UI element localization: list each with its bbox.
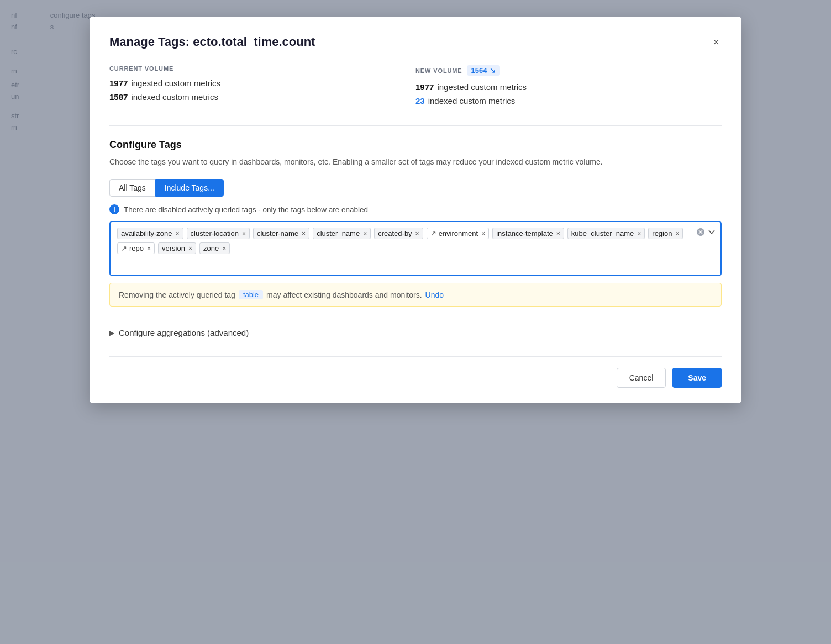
tag-pill[interactable]: ↗ environment × bbox=[427, 228, 490, 239]
tag-remove-icon[interactable]: × bbox=[188, 245, 192, 252]
configure-tags-desc: Choose the tags you want to query in das… bbox=[109, 156, 722, 168]
new-ingested-num: 1977 bbox=[416, 82, 434, 92]
tag-remove-icon[interactable]: × bbox=[637, 230, 641, 237]
new-ingested-text: ingested custom metrics bbox=[437, 82, 527, 92]
volume-section: CURRENT VOLUME 1977 ingested custom metr… bbox=[109, 65, 722, 110]
warning-prefix: Removing the actively queried tag bbox=[119, 291, 235, 299]
new-volume-label: NEW VOLUME bbox=[416, 67, 462, 74]
tag-pill[interactable]: zone × bbox=[199, 242, 230, 254]
modal-footer: Cancel Save bbox=[109, 356, 722, 388]
tag-pill[interactable]: cluster-name × bbox=[253, 228, 309, 239]
new-indexed-num: 23 bbox=[416, 96, 425, 105]
tag-label: kube_cluster_name bbox=[571, 229, 634, 237]
tag-pill[interactable]: cluster_name × bbox=[313, 228, 371, 239]
tag-label: cluster-location bbox=[191, 229, 239, 237]
current-ingested-text: ingested custom metrics bbox=[131, 78, 220, 88]
tag-pill[interactable]: instance-template × bbox=[492, 228, 564, 239]
tag-pill[interactable]: availability-zone × bbox=[117, 228, 183, 239]
tag-label: environment bbox=[439, 229, 478, 237]
trend-up-icon: ↗ bbox=[430, 229, 436, 237]
info-banner-text: There are disabled actively queried tags… bbox=[124, 205, 368, 214]
current-ingested-num: 1977 bbox=[109, 78, 128, 88]
tag-remove-icon[interactable]: × bbox=[675, 230, 679, 237]
tag-remove-icon[interactable]: × bbox=[481, 230, 485, 237]
tag-pill[interactable]: created-by × bbox=[374, 228, 423, 239]
tag-label: availability-zone bbox=[121, 229, 172, 237]
tag-remove-icon[interactable]: × bbox=[556, 230, 560, 237]
chevron-right-icon: ▶ bbox=[109, 329, 114, 337]
current-indexed-row: 1587 indexed custom metrics bbox=[109, 92, 416, 102]
current-ingested-row: 1977 ingested custom metrics bbox=[109, 78, 416, 88]
modal-title: Manage Tags: ecto.total_time.count bbox=[109, 35, 315, 49]
divider bbox=[109, 125, 722, 126]
info-banner: i There are disabled actively queried ta… bbox=[109, 204, 722, 214]
manage-tags-modal: Manage Tags: ecto.total_time.count × CUR… bbox=[90, 17, 741, 403]
warning-banner: Removing the actively queried tag table … bbox=[109, 283, 722, 307]
tag-label: version bbox=[162, 244, 185, 252]
tag-remove-icon[interactable]: × bbox=[222, 245, 226, 252]
tag-label: created-by bbox=[378, 229, 412, 237]
close-button[interactable]: × bbox=[711, 34, 722, 50]
new-indexed-row: 23 indexed custom metrics bbox=[416, 96, 722, 105]
configure-agg-label: Configure aggregations (advanced) bbox=[119, 328, 249, 337]
warning-suffix: may affect existing dashboards and monit… bbox=[266, 291, 422, 299]
clear-tags-button[interactable] bbox=[695, 226, 706, 237]
tag-label: cluster-name bbox=[257, 229, 298, 237]
tab-all-tags[interactable]: All Tags bbox=[109, 179, 155, 197]
configure-tags-section: Configure Tags Choose the tags you want … bbox=[109, 139, 722, 307]
new-indexed-text: indexed custom metrics bbox=[428, 96, 516, 105]
current-indexed-text: indexed custom metrics bbox=[131, 92, 218, 102]
trend-up-icon: ↗ bbox=[121, 244, 127, 252]
new-volume-col: NEW VOLUME 1564 ↘ 1977 ingested custom m… bbox=[416, 65, 722, 110]
undo-link[interactable]: Undo bbox=[425, 291, 444, 299]
tag-remove-icon[interactable]: × bbox=[147, 245, 151, 252]
save-button[interactable]: Save bbox=[672, 368, 722, 388]
tab-include-tags[interactable]: Include Tags... bbox=[155, 179, 224, 197]
warning-tag: table bbox=[239, 290, 263, 299]
tag-label: region bbox=[652, 229, 672, 237]
tag-label: instance-template bbox=[496, 229, 553, 237]
tag-remove-icon[interactable]: × bbox=[363, 230, 367, 237]
tag-remove-icon[interactable]: × bbox=[176, 230, 180, 237]
tag-remove-icon[interactable]: × bbox=[416, 230, 419, 237]
tag-label: zone bbox=[203, 244, 219, 252]
tag-pill[interactable]: ↗ repo × bbox=[117, 242, 155, 254]
current-indexed-num: 1587 bbox=[109, 92, 128, 102]
tag-pill[interactable]: region × bbox=[648, 228, 683, 239]
new-volume-header: NEW VOLUME 1564 ↘ bbox=[416, 65, 722, 76]
new-ingested-row: 1977 ingested custom metrics bbox=[416, 82, 722, 92]
tag-pill[interactable]: kube_cluster_name × bbox=[567, 228, 645, 239]
configure-tags-title: Configure Tags bbox=[109, 139, 722, 151]
tag-label: cluster_name bbox=[317, 229, 360, 237]
tag-pill[interactable]: version × bbox=[158, 242, 196, 254]
current-volume-col: CURRENT VOLUME 1977 ingested custom metr… bbox=[109, 65, 416, 110]
tag-label: repo bbox=[129, 244, 144, 252]
tags-input-actions bbox=[695, 226, 716, 237]
tag-remove-icon[interactable]: × bbox=[302, 230, 306, 237]
new-volume-arrow-icon: ↘ bbox=[490, 66, 496, 75]
tags-tabs: All Tags Include Tags... bbox=[109, 179, 722, 197]
cancel-button[interactable]: Cancel bbox=[617, 368, 666, 388]
info-icon: i bbox=[109, 204, 119, 214]
tag-remove-icon[interactable]: × bbox=[242, 230, 246, 237]
configure-aggregations-row[interactable]: ▶ Configure aggregations (advanced) bbox=[109, 320, 722, 345]
new-volume-badge: 1564 ↘ bbox=[467, 65, 500, 76]
modal-header: Manage Tags: ecto.total_time.count × bbox=[109, 34, 722, 50]
tag-pill[interactable]: cluster-location × bbox=[187, 228, 250, 239]
new-volume-value: 1564 bbox=[471, 66, 487, 75]
tags-dropdown-button[interactable] bbox=[707, 229, 716, 235]
tags-input-box[interactable]: availability-zone × cluster-location × c… bbox=[109, 221, 722, 276]
current-volume-label: CURRENT VOLUME bbox=[109, 65, 416, 72]
